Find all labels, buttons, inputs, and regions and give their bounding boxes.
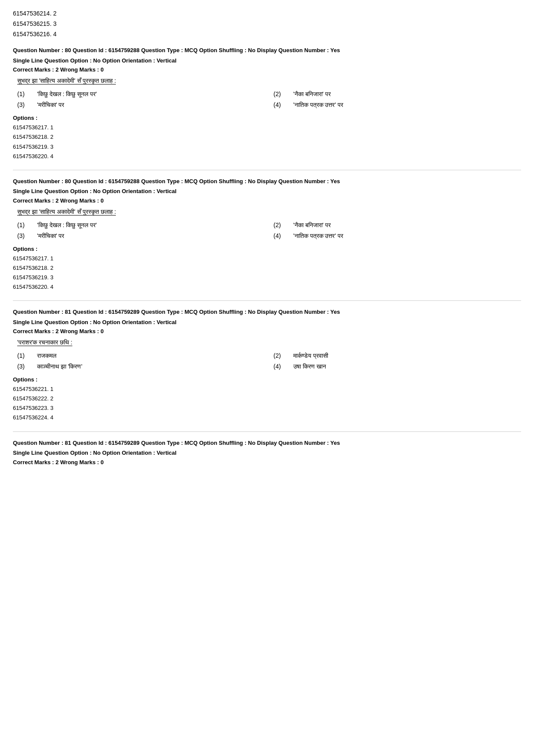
options-grid-80a: (1) 'किछु देखल : किछु सूनल पर' (2) 'नैका…	[13, 91, 521, 109]
marks-81a: Correct Marks : 2 Wrong Marks : 0	[13, 328, 521, 334]
option-text-80a-3: 'मरीचिका' पर	[37, 101, 64, 109]
option-num-80a-1: (1)	[17, 91, 30, 97]
option-text-80b-1: 'किछु देखल : किछु सूनल पर'	[37, 222, 97, 229]
question-block-80a: Question Number : 80 Question Id : 61547…	[13, 46, 521, 161]
option-ids-80a: 61547536217. 1 61547536218. 2 6154753621…	[13, 123, 521, 161]
option-text-80b-2: 'नैका बनिजारा' पर	[293, 222, 331, 229]
option-id-81a-4: 61547536224. 4	[13, 413, 521, 422]
option-text-81a-4: उषा किरण खान	[293, 363, 326, 370]
divider-1	[13, 170, 521, 170]
option-row-80a-1: (1) 'किछु देखल : किछु सूनल पर'	[17, 91, 265, 98]
option-row-81a-2: (2) मार्कण्डेय प्रवासी	[273, 352, 521, 359]
option-num-80b-1: (1)	[17, 222, 30, 228]
divider-2	[13, 300, 521, 301]
option-text-80a-1: 'किछु देखल : किछु सूनल पर'	[37, 91, 97, 98]
option-num-81a-3: (3)	[17, 363, 30, 370]
option-text-81a-2: मार्कण्डेय प्रवासी	[293, 352, 328, 359]
marks-80b: Correct Marks : 2 Wrong Marks : 0	[13, 197, 521, 204]
question-text-81a: 'पराशर'क रचनाकार छथि :	[17, 339, 72, 346]
option-text-80b-4: 'नातिक पत्रक उत्तर' पर	[293, 232, 343, 240]
marks-80a: Correct Marks : 2 Wrong Marks : 0	[13, 66, 521, 73]
option-num-80b-3: (3)	[17, 232, 30, 239]
question-meta-81a-line1: Question Number : 81 Question Id : 61547…	[13, 308, 521, 316]
option-id-80b-3: 61547536219. 3	[13, 273, 521, 282]
option-text-80a-2: 'नैका बनिजारा' पर	[293, 91, 331, 98]
option-num-80a-3: (3)	[17, 101, 30, 108]
question-text-80a: सुभद्र झा 'साहित्य अकादेमी' सँ पुरस्कृत …	[17, 77, 116, 84]
question-block-81b: Question Number : 81 Question Id : 61547…	[13, 439, 521, 465]
option-num-80a-4: (4)	[273, 101, 286, 108]
option-ids-81a: 61547536221. 1 61547536222. 2 6154753622…	[13, 384, 521, 422]
options-label-81a: Options :	[13, 376, 521, 383]
option-row-80b-1: (1) 'किछु देखल : किछु सूनल पर'	[17, 222, 265, 229]
question-meta-80b-line1: Question Number : 80 Question Id : 61547…	[13, 177, 521, 186]
option-id-80a-4: 61547536220. 4	[13, 152, 521, 161]
option-id-80b-2: 61547536218. 2	[13, 263, 521, 273]
option-num-81a-1: (1)	[17, 352, 30, 359]
option-row-80b-2: (2) 'नैका बनिजारा' पर	[273, 222, 521, 229]
option-id-80b-4: 61547536220. 4	[13, 282, 521, 292]
option-row-80a-4: (4) 'नातिक पत्रक उत्तर' पर	[273, 101, 521, 109]
option-row-80b-4: (4) 'नातिक पत्रक उत्तर' पर	[273, 232, 521, 240]
option-id-80b-1: 61547536217. 1	[13, 254, 521, 263]
option-row-81a-3: (3) काञ्चीनाथ झा 'किरण'	[17, 363, 265, 370]
marks-81b: Correct Marks : 2 Wrong Marks : 0	[13, 459, 521, 465]
option-row-80a-2: (2) 'नैका बनिजारा' पर	[273, 91, 521, 98]
question-block-80b: Question Number : 80 Question Id : 61547…	[13, 177, 521, 292]
option-id-80a-3: 61547536219. 3	[13, 142, 521, 152]
option-id-81a-2: 61547536222. 2	[13, 394, 521, 403]
options-grid-81a: (1) राजकमल (2) मार्कण्डेय प्रवासी (3) का…	[13, 352, 521, 370]
option-row-80b-3: (3) 'मरीचिका' पर	[17, 232, 265, 240]
top-id-3: 61547536216. 4	[13, 29, 521, 40]
option-num-80a-2: (2)	[273, 91, 286, 97]
question-meta-81b-line1: Question Number : 81 Question Id : 61547…	[13, 439, 521, 447]
option-id-80a-2: 61547536218. 2	[13, 132, 521, 142]
option-row-81a-1: (1) राजकमल	[17, 352, 265, 359]
option-num-80b-2: (2)	[273, 222, 286, 228]
option-text-80b-3: 'मरीचिका' पर	[37, 232, 64, 240]
options-label-80b: Options :	[13, 246, 521, 252]
option-text-80a-4: 'नातिक पत्रक उत्तर' पर	[293, 101, 343, 109]
question-block-81a: Question Number : 81 Question Id : 61547…	[13, 308, 521, 422]
top-id-1: 61547536214. 2	[13, 9, 521, 19]
divider-3	[13, 431, 521, 432]
option-id-80a-1: 61547536217. 1	[13, 123, 521, 132]
option-num-80b-4: (4)	[273, 232, 286, 239]
option-text-81a-1: राजकमल	[37, 352, 56, 359]
option-row-81a-4: (4) उषा किरण खान	[273, 363, 521, 370]
question-text-80b: सुभद्र झा 'साहित्य अकादेमी' सँ पुरस्कृत …	[17, 208, 116, 216]
option-num-81a-4: (4)	[273, 363, 286, 370]
option-text-81a-3: काञ्चीनाथ झा 'किरण'	[37, 363, 82, 370]
option-ids-80b: 61547536217. 1 61547536218. 2 6154753621…	[13, 254, 521, 292]
question-meta-81a-line2: Single Line Question Option : No Option …	[13, 318, 521, 327]
option-id-81a-1: 61547536221. 1	[13, 384, 521, 394]
top-ids-section: 61547536214. 2 61547536215. 3 6154753621…	[13, 9, 521, 39]
question-meta-80a-line1: Question Number : 80 Question Id : 61547…	[13, 46, 521, 55]
options-label-80a: Options :	[13, 115, 521, 121]
option-num-81a-2: (2)	[273, 352, 286, 359]
question-meta-81b-line2: Single Line Question Option : No Option …	[13, 449, 521, 457]
question-meta-80b-line2: Single Line Question Option : No Option …	[13, 187, 521, 196]
question-meta-80a-line2: Single Line Question Option : No Option …	[13, 56, 521, 65]
option-row-80a-3: (3) 'मरीचिका' पर	[17, 101, 265, 109]
option-id-81a-3: 61547536223. 3	[13, 403, 521, 413]
options-grid-80b: (1) 'किछु देखल : किछु सूनल पर' (2) 'नैका…	[13, 222, 521, 240]
top-id-2: 61547536215. 3	[13, 19, 521, 29]
